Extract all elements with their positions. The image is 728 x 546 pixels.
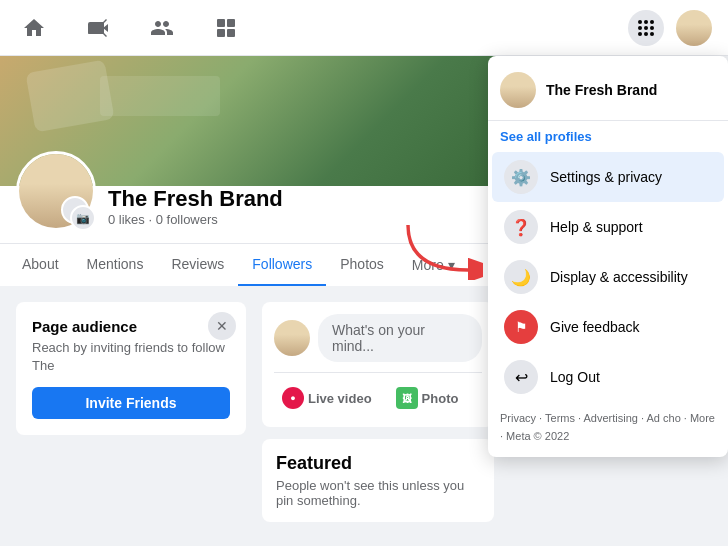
svg-rect-0 (88, 24, 103, 34)
svg-point-6 (644, 20, 648, 24)
tab-more[interactable]: More ▾ (398, 245, 469, 285)
settings-privacy-item[interactable]: ⚙️ Settings & privacy (492, 152, 724, 202)
page-tabs: About Mentions Reviews Followers Photos … (0, 243, 510, 286)
grid-menu-button[interactable] (628, 10, 664, 46)
help-support-label: Help & support (550, 219, 643, 235)
composer-avatar (274, 320, 310, 356)
composer-actions: ● Live video 🖼 Photo (274, 372, 482, 415)
page-audience-card: ✕ Page audience Reach by inviting friend… (16, 302, 246, 435)
dropdown-header: The Fresh Brand (488, 64, 728, 121)
page-content: 📷 The Fresh Brand 0 likes · 0 followers … (0, 56, 510, 538)
logout-label: Log Out (550, 369, 600, 385)
people-icon[interactable] (144, 10, 180, 46)
nav-right (628, 10, 712, 46)
tab-about[interactable]: About (8, 244, 73, 286)
svg-point-10 (650, 26, 654, 30)
tab-photos[interactable]: Photos (326, 244, 398, 286)
see-all-profiles-link[interactable]: See all profiles (488, 125, 728, 152)
dropdown-user-name: The Fresh Brand (546, 82, 657, 98)
display-accessibility-label: Display & accessibility (550, 269, 688, 285)
user-avatar-nav[interactable] (676, 10, 712, 46)
audience-title: Page audience (32, 318, 230, 335)
composer-input[interactable]: What's on your mind... (318, 314, 482, 362)
featured-title: Featured (276, 453, 480, 474)
svg-point-13 (650, 32, 654, 36)
svg-point-7 (650, 20, 654, 24)
top-navigation (0, 0, 728, 56)
svg-point-5 (638, 20, 642, 24)
give-feedback-item[interactable]: ⚑ Give feedback (492, 302, 724, 352)
settings-privacy-label: Settings & privacy (550, 169, 662, 185)
help-icon: ❓ (504, 210, 538, 244)
svg-point-12 (644, 32, 648, 36)
tab-mentions[interactable]: Mentions (73, 244, 158, 286)
composer-top: What's on your mind... (274, 314, 482, 362)
left-panel: ✕ Page audience Reach by inviting friend… (16, 302, 246, 522)
svg-point-8 (638, 26, 642, 30)
tab-reviews[interactable]: Reviews (157, 244, 238, 286)
close-button[interactable]: ✕ (208, 312, 236, 340)
dropdown-menu: The Fresh Brand See all profiles ⚙️ Sett… (488, 56, 728, 457)
svg-rect-1 (217, 19, 225, 27)
settings-icon: ⚙️ (504, 160, 538, 194)
svg-point-11 (638, 32, 642, 36)
photo-button[interactable]: 🖼 Photo (388, 381, 467, 415)
profile-meta: 0 likes · 0 followers (108, 212, 283, 227)
main-area: ✕ Page audience Reach by inviting friend… (0, 286, 510, 538)
dropdown-footer: Privacy · Terms · Advertising · Ad cho ·… (488, 402, 728, 449)
pages-icon[interactable] (208, 10, 244, 46)
home-icon[interactable] (16, 10, 52, 46)
logout-icon: ↩ (504, 360, 538, 394)
photo-icon: 🖼 (396, 387, 418, 409)
audience-description: Reach by inviting friends to follow The (32, 339, 230, 375)
edit-avatar-button[interactable]: 📷 (70, 205, 96, 231)
right-panel: What's on your mind... ● Live video 🖼 Ph… (262, 302, 494, 522)
display-icon: 🌙 (504, 260, 538, 294)
invite-friends-button[interactable]: Invite Friends (32, 387, 230, 419)
profile-section: 📷 The Fresh Brand 0 likes · 0 followers (0, 186, 510, 243)
live-icon: ● (282, 387, 304, 409)
svg-point-9 (644, 26, 648, 30)
feedback-icon: ⚑ (504, 310, 538, 344)
svg-rect-3 (217, 29, 225, 37)
logout-item[interactable]: ↩ Log Out (492, 352, 724, 402)
video-icon[interactable] (80, 10, 116, 46)
featured-description: People won't see this unless you pin som… (276, 478, 480, 508)
profile-info: The Fresh Brand 0 likes · 0 followers (108, 186, 283, 231)
live-video-button[interactable]: ● Live video (274, 381, 380, 415)
nav-left (16, 10, 244, 46)
post-composer: What's on your mind... ● Live video 🖼 Ph… (262, 302, 494, 427)
dropdown-avatar (500, 72, 536, 108)
svg-rect-4 (227, 29, 235, 37)
display-accessibility-item[interactable]: 🌙 Display & accessibility (492, 252, 724, 302)
help-support-item[interactable]: ❓ Help & support (492, 202, 724, 252)
chevron-down-icon: ▾ (448, 257, 455, 273)
give-feedback-label: Give feedback (550, 319, 640, 335)
svg-rect-2 (227, 19, 235, 27)
profile-name: The Fresh Brand (108, 186, 283, 212)
featured-card: Featured People won't see this unless yo… (262, 439, 494, 522)
tab-followers[interactable]: Followers (238, 244, 326, 286)
